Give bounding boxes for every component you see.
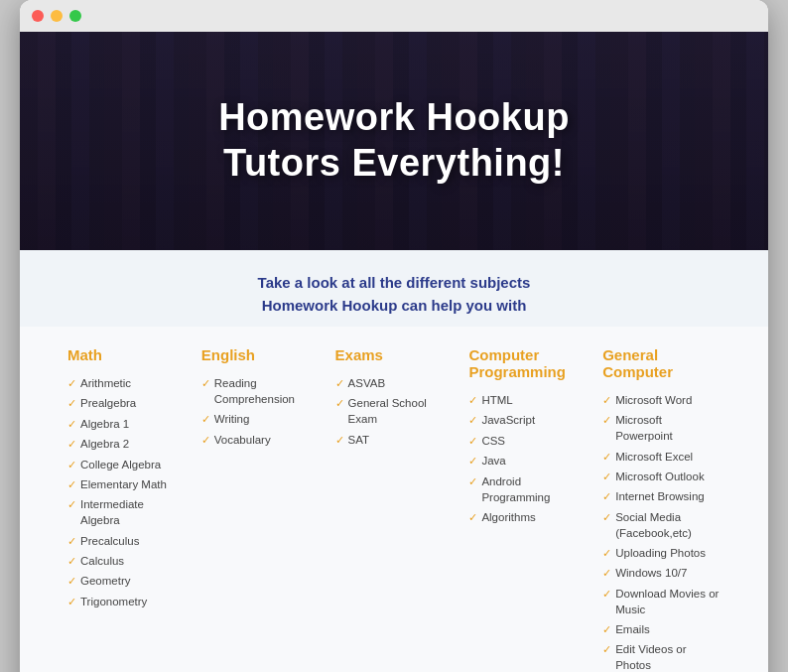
check-icon: ✓ — [67, 497, 76, 512]
list-item: ✓Social Media (Facebook,etc) — [602, 509, 721, 541]
hero-line1: Homework Hookup — [218, 95, 570, 141]
check-icon: ✓ — [201, 433, 210, 448]
list-item-text: Edit Videos or Photos — [615, 641, 721, 672]
list-item-text: CSS — [481, 433, 505, 449]
check-icon: ✓ — [67, 396, 76, 411]
check-icon: ✓ — [468, 434, 477, 449]
check-icon: ✓ — [468, 393, 477, 408]
hero-text: Homework Hookup Tutors Everything! — [218, 95, 570, 186]
check-icon: ✓ — [67, 595, 76, 609]
check-icon: ✓ — [602, 566, 611, 581]
close-button[interactable] — [32, 10, 44, 22]
list-item: ✓Microsoft Outlook — [602, 469, 721, 484]
list-item: ✓Microsoft Excel — [602, 449, 721, 465]
list-item: ✓Internet Browsing — [602, 488, 721, 504]
browser-window: Homework Hookup Tutors Everything! Take … — [20, 0, 768, 672]
list-item-text: Emails — [615, 621, 650, 637]
check-icon: ✓ — [602, 642, 611, 657]
check-icon: ✓ — [335, 376, 344, 391]
list-item: ✓Intermediate Algebra — [67, 496, 186, 528]
check-icon: ✓ — [602, 510, 611, 525]
list-item: ✓Microsoft Word — [602, 392, 721, 408]
list-item: ✓Edit Videos or Photos — [602, 641, 721, 672]
check-icon: ✓ — [67, 437, 76, 452]
list-item-text: Algebra 1 — [80, 416, 129, 432]
check-icon: ✓ — [67, 574, 76, 589]
list-item-text: Intermediate Algebra — [80, 496, 186, 528]
list-item-text: Download Movies or Music — [615, 586, 721, 617]
list-item-text: Internet Browsing — [615, 488, 705, 504]
list-item-text: Arithmetic — [80, 375, 131, 391]
list-item-text: Social Media (Facebook,etc) — [615, 509, 721, 541]
check-icon: ✓ — [602, 489, 611, 504]
check-icon: ✓ — [602, 546, 611, 561]
check-icon: ✓ — [335, 433, 344, 448]
check-icon: ✓ — [335, 396, 344, 411]
list-item: ✓Elementary Math — [67, 476, 186, 492]
column-math: Math✓Arithmetic✓Prealgebra✓Algebra 1✓Alg… — [60, 346, 194, 672]
list-item: ✓CSS — [468, 433, 587, 449]
list-item-text: Android Programming — [481, 473, 587, 505]
list-item: ✓Download Movies or Music — [602, 586, 721, 617]
list-item-text: Microsoft Powerpoint — [615, 412, 721, 444]
list-item: ✓General School Exam — [335, 395, 454, 427]
list-item: ✓HTML — [468, 392, 587, 408]
list-item: ✓Reading Comprehension — [201, 375, 320, 407]
list-item: ✓Algebra 2 — [67, 436, 186, 452]
column-computer-programming: Computer Programming✓HTML✓JavaScript✓CSS… — [460, 346, 594, 672]
check-icon: ✓ — [468, 510, 477, 525]
check-icon: ✓ — [67, 477, 76, 492]
subtitle-line2: Homework Hookup can help you with — [60, 295, 728, 318]
column-title-english: English — [201, 346, 320, 363]
list-item: ✓Trigonometry — [67, 594, 186, 609]
list-item: ✓Geometry — [67, 573, 186, 589]
subtitle-text: Take a look at all the different subject… — [60, 272, 728, 317]
list-item-text: Java — [481, 453, 505, 469]
subject-list-english: ✓Reading Comprehension✓Writing✓Vocabular… — [201, 375, 320, 448]
minimize-button[interactable] — [51, 10, 63, 22]
list-item-text: General School Exam — [348, 395, 454, 427]
list-item-text: Calculus — [80, 553, 124, 569]
list-item-text: Writing — [214, 411, 250, 427]
maximize-button[interactable] — [69, 10, 81, 22]
list-item-text: Precalculus — [80, 533, 139, 549]
subject-list-exams: ✓ASVAB✓General School Exam✓SAT — [335, 375, 454, 448]
list-item-text: Windows 10/7 — [615, 565, 687, 581]
list-item: ✓Precalculus — [67, 533, 186, 549]
list-item: ✓College Algebra — [67, 457, 186, 472]
list-item-text: Algorithms — [481, 509, 535, 525]
list-item: ✓Arithmetic — [67, 375, 186, 391]
check-icon: ✓ — [602, 450, 611, 465]
list-item: ✓Java — [468, 453, 587, 469]
list-item-text: College Algebra — [80, 457, 161, 472]
list-item: ✓Microsoft Powerpoint — [602, 412, 721, 444]
column-title-exams: Exams — [335, 346, 454, 363]
list-item: ✓Writing — [201, 411, 320, 427]
browser-titlebar — [20, 0, 768, 32]
list-item: ✓Vocabulary — [201, 432, 320, 448]
check-icon: ✓ — [67, 417, 76, 432]
check-icon: ✓ — [201, 412, 210, 427]
list-item-text: Prealgebra — [80, 395, 136, 411]
list-item: ✓SAT — [335, 432, 454, 448]
check-icon: ✓ — [67, 376, 76, 391]
list-item-text: Vocabulary — [214, 432, 271, 448]
check-icon: ✓ — [602, 470, 611, 484]
list-item-text: SAT — [348, 432, 370, 448]
check-icon: ✓ — [67, 458, 76, 472]
column-english: English✓Reading Comprehension✓Writing✓Vo… — [194, 346, 328, 672]
list-item: ✓Algebra 1 — [67, 416, 186, 432]
list-item: ✓ASVAB — [335, 375, 454, 391]
list-item-text: Geometry — [80, 573, 131, 589]
check-icon: ✓ — [602, 622, 611, 637]
check-icon: ✓ — [602, 393, 611, 408]
list-item-text: Algebra 2 — [80, 436, 129, 452]
column-general-computer: General Computer✓Microsoft Word✓Microsof… — [594, 346, 728, 672]
list-item-text: Trigonometry — [80, 594, 147, 609]
column-title-general-computer: General Computer — [602, 346, 721, 380]
list-item: ✓Prealgebra — [67, 395, 186, 411]
hero-section: Homework Hookup Tutors Everything! — [20, 32, 768, 250]
list-item: ✓JavaScript — [468, 412, 587, 428]
list-item-text: JavaScript — [481, 412, 535, 428]
list-item: ✓Uploading Photos — [602, 545, 721, 561]
